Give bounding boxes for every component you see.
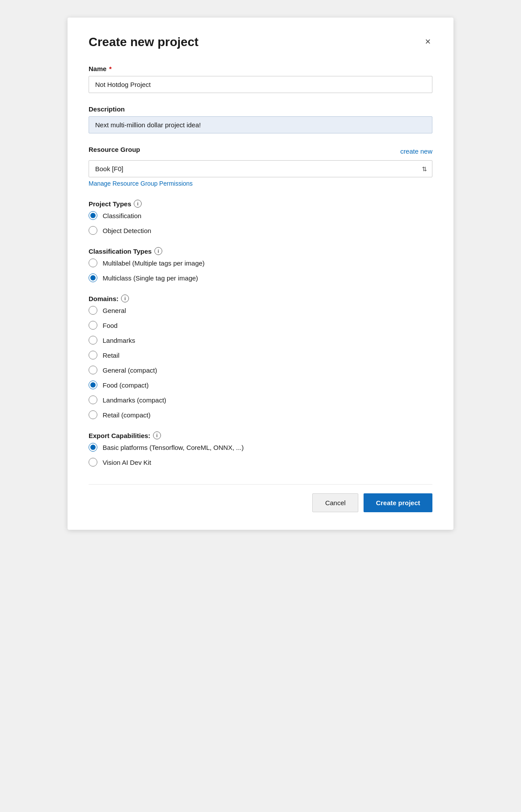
multilabel-label: Multilabel (Multiple tags per image) [103,259,205,267]
food-radio[interactable] [89,321,97,330]
radio-option-food-compact[interactable]: Food (compact) [89,381,432,389]
project-types-section: Project Types i Classification Object De… [89,200,432,235]
dialog-header: Create new project × [89,35,432,49]
required-indicator: * [109,65,112,72]
radio-option-landmarks[interactable]: Landmarks [89,336,432,345]
classification-radio[interactable] [89,211,97,220]
radio-option-classification[interactable]: Classification [89,211,432,220]
landmarks-compact-radio[interactable] [89,395,97,404]
resource-group-select-wrapper: Book [F0] General [F0] ⇅ [89,160,432,177]
description-input[interactable] [89,116,432,133]
project-types-label: Project Types i [89,200,432,208]
domains-label: Domains: i [89,295,432,302]
radio-option-object-detection[interactable]: Object Detection [89,226,432,235]
domains-info-icon[interactable]: i [121,295,129,302]
project-types-radio-group: Classification Object Detection [89,211,432,235]
cancel-button[interactable]: Cancel [312,493,358,512]
food-compact-label: Food (compact) [103,381,149,389]
food-compact-radio[interactable] [89,381,97,389]
classification-types-section: Classification Types i Multilabel (Multi… [89,247,432,282]
multiclass-radio[interactable] [89,273,97,282]
resource-group-select[interactable]: Book [F0] General [F0] [89,160,432,177]
export-capabilities-label: Export Capabilities: i [89,431,432,439]
landmarks-domain-label: Landmarks [103,337,135,344]
resource-group-header: Resource Group create new [89,146,432,157]
export-capabilities-section: Export Capabilities: i Basic platforms (… [89,431,432,467]
radio-option-multiclass[interactable]: Multiclass (Single tag per image) [89,273,432,282]
object-detection-radio[interactable] [89,226,97,235]
name-input[interactable] [89,76,432,93]
domains-radio-group: General Food Landmarks Retail General (c… [89,306,432,419]
radio-option-retail[interactable]: Retail [89,351,432,359]
general-compact-radio[interactable] [89,366,97,374]
object-detection-label: Object Detection [103,227,151,234]
create-project-dialog: Create new project × Name* Description R… [68,18,453,530]
radio-option-general-compact[interactable]: General (compact) [89,366,432,374]
multiclass-label: Multiclass (Single tag per image) [103,274,198,282]
landmarks-radio[interactable] [89,336,97,345]
project-types-info-icon[interactable]: i [134,200,142,208]
resource-group-section: Resource Group create new Book [F0] Gene… [89,146,432,187]
classification-types-label: Classification Types i [89,247,432,255]
retail-domain-label: Retail [103,352,119,359]
create-project-button[interactable]: Create project [364,493,432,512]
dialog-footer: Cancel Create project [89,484,432,512]
radio-option-multilabel[interactable]: Multilabel (Multiple tags per image) [89,259,432,267]
retail-compact-radio[interactable] [89,410,97,419]
general-domain-label: General [103,307,126,314]
dialog-title: Create new project [89,35,199,49]
landmarks-compact-label: Landmarks (compact) [103,396,166,404]
classification-types-radio-group: Multilabel (Multiple tags per image) Mul… [89,259,432,282]
create-new-link[interactable]: create new [400,147,432,155]
general-compact-label: General (compact) [103,366,157,374]
vision-ai-label: Vision AI Dev Kit [103,459,151,466]
food-domain-label: Food [103,322,118,329]
radio-option-retail-compact[interactable]: Retail (compact) [89,410,432,419]
radio-option-food[interactable]: Food [89,321,432,330]
retail-compact-label: Retail (compact) [103,411,150,419]
classification-label: Classification [103,212,141,219]
close-button[interactable]: × [423,35,432,48]
classification-types-info-icon[interactable]: i [154,247,162,255]
basic-platforms-label: Basic platforms (Tensorflow, CoreML, ONN… [103,444,244,451]
resource-group-label: Resource Group [89,146,140,153]
multilabel-radio[interactable] [89,259,97,267]
export-capabilities-radio-group: Basic platforms (Tensorflow, CoreML, ONN… [89,443,432,467]
description-label: Description [89,105,432,113]
export-capabilities-info-icon[interactable]: i [153,431,161,439]
vision-ai-radio[interactable] [89,458,97,467]
radio-option-basic-platforms[interactable]: Basic platforms (Tensorflow, CoreML, ONN… [89,443,432,452]
radio-option-vision-ai[interactable]: Vision AI Dev Kit [89,458,432,467]
general-radio[interactable] [89,306,97,315]
retail-radio[interactable] [89,351,97,359]
radio-option-general[interactable]: General [89,306,432,315]
name-section: Name* [89,65,432,93]
basic-platforms-radio[interactable] [89,443,97,452]
manage-permissions-link[interactable]: Manage Resource Group Permissions [89,180,193,187]
description-section: Description [89,105,432,133]
radio-option-landmarks-compact[interactable]: Landmarks (compact) [89,395,432,404]
name-label: Name* [89,65,432,72]
domains-section: Domains: i General Food Landmarks Retail [89,295,432,419]
